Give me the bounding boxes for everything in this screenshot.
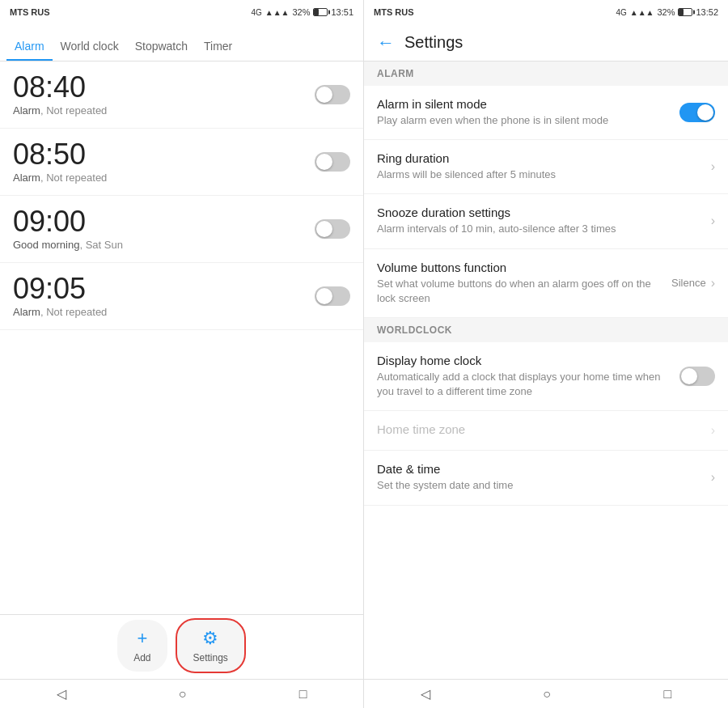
settings-alarm-silent-subtitle: Play alarm even when the phone is in sil…: [377, 113, 679, 128]
settings-snooze-duration[interactable]: Snooze duration settings Alarm intervals…: [364, 194, 728, 248]
settings-home-timezone-right: ›: [711, 423, 715, 438]
right-nav-home[interactable]: ○: [543, 687, 551, 702]
settings-ring-duration-text: Ring duration Alarms will be silenced af…: [377, 151, 711, 182]
right-nav-bar: ◁ ○ □: [364, 679, 728, 708]
right-battery-pct: 32%: [657, 7, 675, 17]
tab-worldclock[interactable]: World clock: [53, 30, 127, 61]
right-time: 13:52: [696, 7, 718, 17]
settings-alarm-silent-mode[interactable]: Alarm in silent mode Play alarm even whe…: [364, 86, 728, 140]
settings-alarm-silent-title: Alarm in silent mode: [377, 97, 679, 111]
tab-alarm[interactable]: Alarm: [6, 30, 53, 61]
settings-alarm-silent-right: [679, 103, 715, 122]
alarm-time-0850: 08:50: [13, 140, 107, 169]
add-label: Add: [133, 652, 150, 663]
settings-header: ← Settings: [364, 24, 728, 61]
settings-snooze-duration-subtitle: Alarm intervals of 10 min, auto-silence …: [377, 222, 711, 236]
settings-ring-duration-subtitle: Alarms will be silenced after 5 minutes: [377, 167, 711, 182]
add-button[interactable]: + Add: [117, 620, 167, 672]
tabs-row: Alarm World clock Stopwatch Timer: [0, 24, 363, 61]
left-status-bar: MTS RUS 4G ▲▲▲ 32% 13:51: [0, 0, 363, 24]
right-nav-recent[interactable]: □: [664, 687, 672, 702]
left-nav-bar: ◁ ○ □: [0, 679, 363, 708]
alarm-toggle-0840[interactable]: [315, 85, 350, 104]
settings-ring-duration-right: ›: [711, 159, 715, 174]
section-alarm-header: ALARM: [364, 61, 728, 86]
right-signal: 4G: [616, 8, 626, 17]
ring-duration-chevron: ›: [711, 159, 715, 174]
alarm-label-0840: Alarm, Not repeated: [13, 104, 107, 117]
settings-date-time-subtitle: Set the system date and time: [377, 478, 711, 493]
home-timezone-chevron: ›: [711, 423, 715, 438]
alarm-time-0840: 08:40: [13, 73, 107, 102]
settings-label: Settings: [193, 652, 228, 663]
settings-home-timezone-text: Home time zone: [377, 422, 711, 439]
alarm-item-0900[interactable]: 09:00 Good morning, Sat Sun: [0, 196, 363, 263]
settings-display-home-clock-text: Display home clock Automatically add a c…: [377, 354, 679, 399]
settings-volume-buttons-title: Volume buttons function: [377, 261, 671, 274]
right-carrier: MTS RUS: [374, 7, 414, 17]
volume-buttons-chevron: ›: [711, 276, 715, 290]
settings-volume-buttons[interactable]: Volume buttons function Set what volume …: [364, 249, 728, 318]
tab-timer[interactable]: Timer: [196, 30, 240, 61]
alarm-item-0850[interactable]: 08:50 Alarm, Not repeated: [0, 129, 363, 196]
alarm-item-0840[interactable]: 08:40 Alarm, Not repeated: [0, 61, 363, 129]
home-clock-toggle[interactable]: [679, 367, 715, 386]
left-battery-icon: [313, 8, 328, 16]
settings-date-time[interactable]: Date & time Set the system date and time…: [364, 451, 728, 505]
alarm-list: 08:40 Alarm, Not repeated 08:50 Alarm, N…: [0, 61, 363, 614]
settings-ring-duration[interactable]: Ring duration Alarms will be silenced af…: [364, 140, 728, 194]
settings-content: ALARM Alarm in silent mode Play alarm ev…: [364, 61, 728, 679]
section-worldclock-header: WORLDCLOCK: [364, 318, 728, 342]
alarm-toggle-0900[interactable]: [315, 219, 350, 239]
alarm-label-0905: Alarm, Not repeated: [13, 306, 107, 318]
settings-snooze-duration-text: Snooze duration settings Alarm intervals…: [377, 206, 711, 236]
right-signal-bars: ▲▲▲: [630, 8, 654, 17]
left-panel: MTS RUS 4G ▲▲▲ 32% 13:51 Alarm World clo…: [0, 0, 364, 708]
date-time-chevron: ›: [711, 470, 715, 485]
alarm-silent-toggle[interactable]: [679, 103, 715, 122]
right-panel: MTS RUS 4G ▲▲▲ 32% 13:52 ← Settings ALAR…: [364, 0, 728, 708]
snooze-duration-chevron: ›: [711, 214, 715, 228]
alarm-info-0905: 09:05 Alarm, Not repeated: [13, 274, 107, 318]
settings-date-time-title: Date & time: [377, 462, 711, 476]
settings-back-button[interactable]: ←: [377, 32, 395, 53]
alarm-item-0905[interactable]: 09:05 Alarm, Not repeated: [0, 263, 363, 330]
alarm-info-0900: 09:00 Good morning, Sat Sun: [13, 207, 123, 251]
settings-button[interactable]: ⚙ Settings: [176, 618, 246, 673]
alarm-label-0850: Alarm, Not repeated: [13, 172, 107, 184]
right-status-bar: MTS RUS 4G ▲▲▲ 32% 13:52: [364, 0, 728, 24]
alarm-time-0900: 09:00: [13, 207, 123, 236]
settings-icon: ⚙: [202, 628, 218, 649]
volume-buttons-value: Silence: [671, 277, 706, 289]
left-nav-home[interactable]: ○: [179, 687, 187, 702]
settings-alarm-silent-text: Alarm in silent mode Play alarm even whe…: [377, 97, 679, 128]
settings-snooze-duration-right: ›: [711, 214, 715, 228]
alarm-toggle-0850[interactable]: [315, 152, 350, 172]
settings-home-timezone[interactable]: Home time zone ›: [364, 411, 728, 451]
right-battery-icon: [678, 8, 692, 16]
settings-volume-buttons-text: Volume buttons function Set what volume …: [377, 261, 671, 306]
left-nav-recent[interactable]: □: [299, 687, 307, 702]
tab-stopwatch[interactable]: Stopwatch: [127, 30, 196, 61]
add-icon: +: [137, 628, 147, 649]
settings-home-timezone-title: Home time zone: [377, 422, 711, 436]
settings-volume-buttons-subtitle: Set what volume buttons do when an alarm…: [377, 277, 671, 306]
left-nav-back[interactable]: ◁: [57, 686, 66, 702]
left-time: 13:51: [331, 7, 353, 17]
alarm-toggle-0905[interactable]: [315, 286, 350, 306]
settings-display-home-clock-subtitle: Automatically add a clock that displays …: [377, 370, 679, 399]
settings-title: Settings: [404, 33, 463, 52]
settings-volume-buttons-right: Silence ›: [671, 276, 715, 290]
left-signal: 4G: [251, 8, 261, 17]
settings-display-home-clock-title: Display home clock: [377, 354, 679, 367]
bottom-bar: + Add ⚙ Settings: [0, 614, 363, 679]
alarm-time-0905: 09:05: [13, 274, 107, 303]
left-carrier: MTS RUS: [10, 7, 50, 17]
settings-display-home-clock[interactable]: Display home clock Automatically add a c…: [364, 342, 728, 411]
settings-date-time-text: Date & time Set the system date and time: [377, 462, 711, 493]
settings-date-time-right: ›: [711, 470, 715, 485]
left-status-icons: 4G ▲▲▲ 32% 13:51: [251, 7, 353, 17]
left-battery-pct: 32%: [292, 7, 310, 17]
alarm-label-0900: Good morning, Sat Sun: [13, 239, 123, 251]
right-nav-back[interactable]: ◁: [421, 686, 430, 702]
